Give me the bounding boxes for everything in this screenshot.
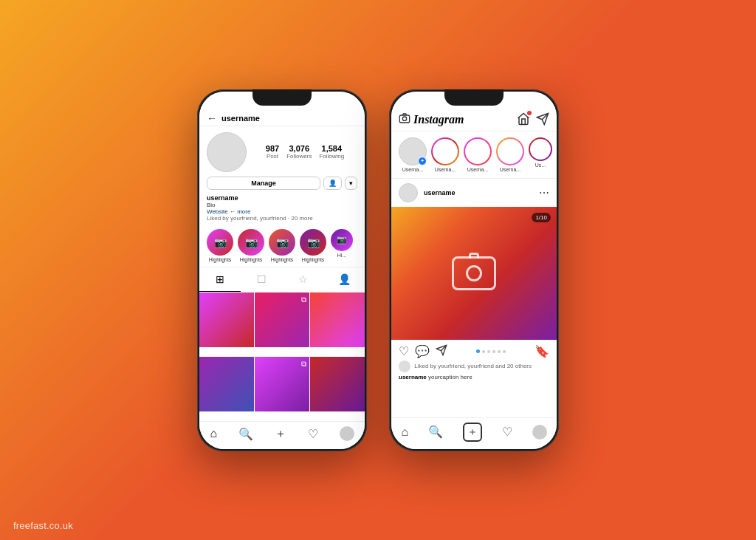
like-icon[interactable]: ♡ [399, 344, 409, 358]
send-icon[interactable] [536, 112, 549, 128]
stats-group: 987 Post 3,076 Followers 1,584 Following [252, 144, 357, 160]
bookmark-icon[interactable]: 🔖 [535, 344, 549, 358]
profile-header: ← username [199, 109, 365, 126]
bio-website[interactable]: Website ← more [207, 208, 357, 215]
left-phone: ← username 987 Post 3,076 Followers 1 [197, 89, 367, 451]
profile-nav-icon[interactable] [340, 426, 354, 441]
story-label-2: Userna... [467, 167, 488, 172]
grid-tab-tagged[interactable]: ☆ [282, 267, 323, 292]
grid-cell-5[interactable]: ⧉ [255, 357, 309, 411]
heart-nav-icon[interactable]: ♡ [308, 427, 318, 441]
caption-username: username [399, 374, 427, 380]
notification-dot [527, 111, 532, 115]
following-label: Following [319, 153, 344, 160]
followers-label: Followers [286, 153, 312, 160]
grid-tab-reels[interactable]: ☐ [241, 267, 282, 292]
phones-container: ← username 987 Post 3,076 Followers 1 [197, 89, 559, 451]
stories-row: + Userna... Userna... Userna... Userna..… [391, 131, 557, 179]
post-likes: Liked by yourfriend, yourfriend and 20 o… [391, 360, 557, 374]
post-avatar [399, 183, 418, 202]
story-circle-4 [529, 137, 552, 161]
highlight-label-4: Highlights [302, 257, 325, 262]
post-camera-lens [466, 265, 482, 281]
feed-search-icon[interactable]: 🔍 [428, 425, 443, 439]
highlight-camera-icon-1: 📷 [214, 236, 227, 248]
share-icon[interactable] [436, 344, 447, 359]
stat-posts[interactable]: 987 Post [266, 144, 279, 160]
highlight-camera-icon-5: 📷 [337, 235, 347, 245]
post-username[interactable]: username [424, 189, 539, 196]
right-phone-notch [444, 89, 504, 106]
ig-camera-icon[interactable] [399, 112, 410, 127]
highlight-4[interactable]: 📷 Highlights [300, 229, 326, 262]
highlight-2[interactable]: 📷 Highlights [238, 229, 264, 262]
add-nav-icon[interactable]: ＋ [275, 426, 286, 442]
dot-4 [492, 350, 495, 353]
dot-3 [487, 350, 490, 353]
story-4[interactable]: Us... [529, 137, 552, 172]
story-3[interactable]: Userna... [496, 137, 524, 172]
highlight-label-5: Hi... [337, 253, 346, 258]
feed-home-icon[interactable]: ⌂ [401, 425, 408, 439]
highlight-3[interactable]: 📷 Highlights [269, 229, 295, 262]
feed-header-icons [517, 112, 549, 128]
home-nav-icon[interactable]: ⌂ [210, 427, 217, 440]
story-1[interactable]: Userna... [431, 137, 459, 172]
carousel-dots [453, 349, 529, 353]
post-header: username ⋯ [391, 179, 557, 207]
left-phone-notch [252, 89, 312, 106]
highlight-camera-icon-3: 📷 [276, 236, 289, 248]
feed-profile-icon[interactable] [532, 425, 547, 440]
grid-reels-icon: ☐ [257, 273, 267, 285]
post-more-icon[interactable]: ⋯ [539, 187, 549, 199]
highlight-label-2: Highlights [240, 257, 263, 262]
story-label-4: Us... [535, 163, 546, 168]
feed-add-button[interactable]: ＋ [463, 423, 482, 442]
grid-cell-2[interactable]: ⧉ [255, 293, 309, 347]
grid-cell-4[interactable] [199, 357, 254, 411]
story-label-1: Userna... [435, 167, 456, 172]
comment-icon[interactable]: 💬 [415, 344, 430, 358]
grid-cell-6-inner [310, 357, 365, 411]
highlight-label-1: Highlights [209, 257, 232, 262]
svg-point-1 [402, 117, 406, 120]
instagram-logo: Instagram [413, 113, 517, 126]
search-nav-icon[interactable]: 🔍 [238, 427, 253, 441]
post-image[interactable]: 1/10 [391, 207, 557, 340]
highlight-1[interactable]: 📷 Highlights [207, 229, 233, 262]
back-arrow-icon[interactable]: ← [207, 112, 217, 124]
liker-avatar [399, 360, 410, 372]
person-button[interactable]: 👤 [323, 177, 342, 190]
posts-label: Post [267, 153, 278, 160]
chevron-button[interactable]: ▾ [345, 177, 357, 190]
likes-text: Liked by yourfriend, yourfriend and 20 o… [414, 363, 532, 369]
grid-tab-mentions[interactable]: 👤 [323, 267, 365, 292]
stat-followers[interactable]: 3,076 Followers [286, 144, 312, 160]
dot-5 [498, 350, 501, 353]
feed-heart-icon[interactable]: ♡ [502, 425, 512, 439]
profile-avatar[interactable] [207, 132, 247, 172]
story-2[interactable]: Userna... [464, 137, 492, 172]
right-phone-screen: Instagram [391, 92, 557, 449]
grid-tabs: ⊞ ☐ ☆ 👤 [199, 267, 365, 293]
highlight-circle-5: 📷 [331, 229, 353, 251]
posts-count: 987 [266, 144, 279, 153]
grid-tab-posts[interactable]: ⊞ [199, 267, 241, 292]
bio-liked-by: Liked by yourfriend, yourfriend · 20 mor… [207, 215, 357, 222]
dot-2 [482, 350, 485, 353]
your-story[interactable]: + Userna... [399, 137, 427, 172]
story-circle-1 [431, 137, 459, 165]
grid-cell-3[interactable] [310, 293, 365, 347]
photo-grid: ⧉ ⧉ [199, 293, 365, 421]
highlight-5[interactable]: 📷 Hi... [331, 229, 353, 262]
highlights-row: 📷 Highlights 📷 Highlights 📷 Highlights [199, 225, 365, 267]
activity-icon[interactable] [517, 112, 530, 128]
grid-cell-6[interactable] [310, 357, 365, 411]
your-story-label: Userna... [402, 167, 423, 172]
followers-count: 3,076 [289, 144, 310, 153]
post-counter-badge: 1/10 [532, 213, 551, 222]
stat-following[interactable]: 1,584 Following [319, 144, 344, 160]
manage-button[interactable]: Manage [207, 177, 320, 190]
grid-cell-1[interactable] [199, 293, 254, 347]
highlight-circle-3: 📷 [269, 229, 295, 256]
